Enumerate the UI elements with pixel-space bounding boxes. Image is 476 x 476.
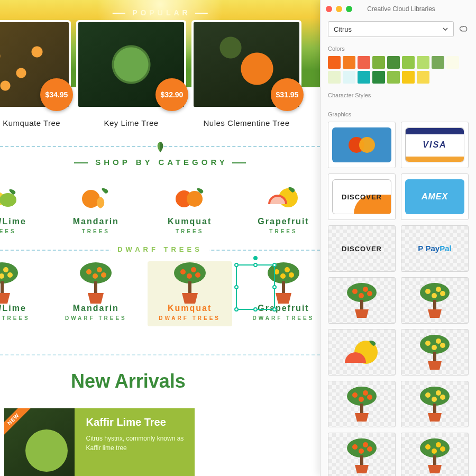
graphic-asset[interactable] <box>328 381 396 427</box>
svg-rect-29 <box>282 281 285 294</box>
svg-point-12 <box>80 262 112 283</box>
category-grapefruit[interactable]: Grapefruit TREES <box>241 175 320 240</box>
color-swatches <box>321 56 476 84</box>
color-swatch[interactable] <box>358 71 370 84</box>
svg-point-55 <box>420 387 450 406</box>
color-swatch[interactable] <box>402 71 415 84</box>
svg-point-19 <box>180 269 186 274</box>
svg-point-14 <box>97 267 102 272</box>
lemon-lime-icon <box>0 180 42 213</box>
svg-point-52 <box>359 397 364 402</box>
color-swatch[interactable] <box>372 56 385 69</box>
graphic-asset[interactable]: DISCOVER <box>328 173 396 220</box>
graphic-asset[interactable] <box>328 277 396 324</box>
svg-point-50 <box>352 392 358 398</box>
svg-rect-35 <box>360 300 363 310</box>
color-swatch[interactable] <box>343 71 355 84</box>
arrival-card-kaffir[interactable]: NEW Kaffir Lime Tree Citrus hystrix, com… <box>4 408 195 476</box>
color-swatch[interactable] <box>372 71 385 84</box>
svg-point-21 <box>187 273 192 279</box>
svg-point-67 <box>420 438 450 457</box>
graphic-asset[interactable]: AMEX <box>401 173 469 220</box>
color-swatch[interactable] <box>358 56 370 69</box>
popular-products-row: $34.95 Nagami Kumquate Tree $32.90 Key L… <box>0 22 299 127</box>
color-swatch[interactable] <box>328 71 341 84</box>
svg-point-38 <box>436 287 441 292</box>
svg-rect-66 <box>360 455 363 466</box>
arrival-desc: Citrus hystrix, commonly known as Kaffir… <box>86 434 189 453</box>
svg-rect-41 <box>433 300 436 310</box>
graphic-asset[interactable] <box>328 433 396 476</box>
creative-cloud-icon[interactable] <box>459 24 469 34</box>
color-swatch[interactable] <box>417 56 429 69</box>
svg-point-61 <box>347 438 377 457</box>
svg-point-64 <box>359 448 364 454</box>
svg-point-20 <box>191 267 196 272</box>
category-dwarf-lemon-lime[interactable]: mon/Lime WARF TREES <box>0 261 44 326</box>
library-dropdown[interactable]: Citrus <box>328 21 454 37</box>
svg-point-62 <box>352 444 358 450</box>
product-card[interactable]: $31.95 Nules Clementine Tree <box>194 22 299 127</box>
svg-point-30 <box>347 283 377 302</box>
color-swatch[interactable] <box>387 56 400 69</box>
svg-point-8 <box>3 267 8 272</box>
svg-point-4 <box>187 191 203 207</box>
kumquat-icon <box>150 180 230 213</box>
svg-point-26 <box>285 267 290 272</box>
price-badge: $32.90 <box>155 78 188 111</box>
svg-point-22 <box>195 272 200 278</box>
category-dwarf-mandarin[interactable]: Mandarin DWARF TREES <box>53 261 138 326</box>
graphic-asset[interactable] <box>401 381 469 427</box>
svg-point-45 <box>436 338 441 344</box>
svg-point-68 <box>425 444 431 450</box>
design-canvas[interactable]: POPULAR $34.95 Nagami Kumquate Tree $32.… <box>0 0 320 476</box>
category-kumquat[interactable]: Kumquat TREES <box>148 175 232 240</box>
new-arrivals-heading: New Arrivals <box>0 370 320 392</box>
category-lemon-lime[interactable]: mon/Lime TREES <box>0 175 44 240</box>
svg-point-1 <box>0 193 16 207</box>
color-swatch[interactable] <box>328 56 341 69</box>
svg-point-43 <box>420 335 450 354</box>
svg-point-33 <box>359 293 364 298</box>
svg-point-15 <box>93 273 98 279</box>
svg-point-70 <box>432 448 437 454</box>
category-dwarf-kumquat[interactable]: Kumquat DWARF TREES <box>148 261 232 326</box>
product-photo: $34.95 <box>0 22 69 107</box>
product-photo: $31.95 <box>194 22 299 107</box>
svg-point-10 <box>7 272 13 278</box>
svg-point-18 <box>174 262 206 283</box>
svg-point-46 <box>432 345 437 350</box>
graphic-asset[interactable]: P PayPal <box>401 225 469 272</box>
cc-libraries-panel: Creative Cloud Libraries Citrus Colors C… <box>320 0 476 476</box>
category-row-trees: mon/Lime TREES Mandarin TREES Kumquat TR… <box>0 175 320 240</box>
graphic-asset[interactable]: DISCOVER <box>328 225 396 272</box>
chevron-down-icon <box>443 25 448 33</box>
panel-titlebar[interactable]: Creative Cloud Libraries <box>321 0 476 18</box>
graphic-asset[interactable] <box>328 122 396 168</box>
graphics-grid: VISADISCOVERAMEXDISCOVERP PayPal <box>321 122 476 476</box>
selection-bounds[interactable] <box>236 264 275 310</box>
library-selector-row: Citrus <box>328 21 469 37</box>
tree-icon <box>0 267 42 299</box>
product-card[interactable]: $32.90 Key Lime Tree <box>78 22 184 127</box>
arrival-title: Kaffir Lime Tree <box>86 416 189 428</box>
svg-point-69 <box>436 442 441 447</box>
color-swatch[interactable] <box>387 71 400 84</box>
color-swatch[interactable] <box>446 56 459 69</box>
new-arrivals-row: o Red rapefruit Tree e ruby red grapefru… <box>0 408 195 476</box>
color-swatch[interactable] <box>432 56 444 69</box>
graphic-asset[interactable] <box>401 433 469 476</box>
graphic-asset[interactable] <box>401 277 469 324</box>
color-swatch[interactable] <box>343 56 355 69</box>
graphic-asset[interactable]: VISA <box>401 122 469 168</box>
category-mandarin[interactable]: Mandarin TREES <box>53 175 138 240</box>
graphic-asset[interactable] <box>328 329 396 376</box>
svg-rect-11 <box>1 281 4 294</box>
product-card[interactable]: $34.95 Nagami Kumquate Tree <box>0 22 69 127</box>
svg-point-59 <box>440 395 445 400</box>
graphic-asset[interactable] <box>401 329 469 376</box>
svg-rect-48 <box>433 352 436 362</box>
color-swatch[interactable] <box>402 56 415 69</box>
svg-point-53 <box>367 395 372 400</box>
color-swatch[interactable] <box>417 71 429 84</box>
